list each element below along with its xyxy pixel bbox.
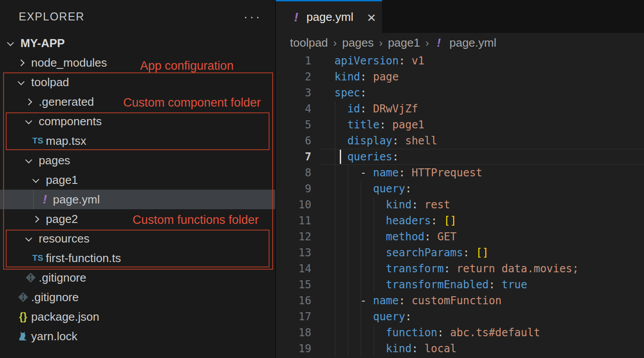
code-line-15[interactable]: 15 transformEnabled: true (276, 277, 644, 293)
tree-item-label: .generated (39, 95, 94, 109)
root-folder-label: MY-APP (20, 36, 65, 50)
chevron-down-icon (25, 156, 32, 163)
tree-item-label: page2 (46, 212, 78, 226)
folder-twistie (31, 211, 46, 227)
code-line-18[interactable]: 18 function: abc.ts#default (276, 325, 644, 341)
breadcrumb-separator: › (379, 37, 382, 49)
tree-item-gitignore[interactable]: .gitignore (0, 268, 275, 287)
chevron-down-icon (25, 117, 32, 124)
code-line-7[interactable]: 7 queries: (276, 149, 644, 165)
tree-item-label: page1 (46, 173, 78, 187)
code-line-12[interactable]: 12 method: GET (276, 229, 644, 245)
line-number: 11 (276, 215, 311, 227)
line-number: 19 (276, 342, 311, 355)
code-line-19[interactable]: 19 kind: local (276, 341, 644, 357)
breadcrumb-item-page-yml[interactable]: !page.yml (434, 36, 496, 50)
chevron-right-icon (32, 215, 40, 223)
code-line-16[interactable]: 16 - name: customFunction (276, 293, 644, 309)
tree-item-map-tsx[interactable]: TSmap.tsx (0, 131, 275, 151)
folder-twistie (24, 94, 39, 109)
yarn-icon (16, 329, 30, 344)
tree-item-resources[interactable]: resources (0, 229, 275, 248)
tab-bar: ! page.yml × (276, 0, 644, 33)
line-text: query: (311, 183, 411, 195)
tree-item-label: resources (39, 232, 89, 246)
breadcrumb-item-label: page1 (388, 36, 420, 50)
tree-item-label: map.tsx (46, 134, 86, 148)
line-text: apiVersion: v1 (311, 55, 424, 67)
json-icon: {} (16, 309, 30, 324)
tree-item-package-json[interactable]: {}package.json (0, 307, 275, 326)
git-icon (24, 270, 38, 285)
code-line-14[interactable]: 14 transform: return data.movies; (276, 261, 644, 277)
code-editor[interactable]: 1apiVersion: v12kind: page3spec:4 id: DR… (276, 53, 644, 358)
code-line-11[interactable]: 11 headers: [] (276, 213, 644, 229)
close-tab-icon[interactable]: × (367, 11, 376, 24)
chevron-down-icon (7, 39, 14, 46)
tree-item-toolpad[interactable]: toolpad (0, 72, 275, 92)
file-tree: node_modulestoolpad.generatedcomponentsT… (0, 53, 275, 346)
code-line-9[interactable]: 9 query: (276, 181, 644, 197)
code-line-2[interactable]: 2kind: page (276, 69, 644, 85)
tree-item-yarn-lock[interactable]: yarn.lock (0, 326, 275, 346)
chevron-down-icon (18, 78, 25, 85)
breadcrumb-item-pages[interactable]: pages (342, 36, 374, 50)
tree-item-page2[interactable]: page2 (0, 209, 275, 229)
code-line-1[interactable]: 1apiVersion: v1 (276, 53, 644, 69)
code-line-3[interactable]: 3spec: (276, 85, 644, 101)
line-text: kind: local (311, 342, 457, 355)
breadcrumb-item-toolpad[interactable]: toolpad (290, 36, 328, 50)
tree-item-components[interactable]: components (0, 111, 275, 131)
explorer-sidebar: EXPLORER ··· MY-APP node_modulestoolpad.… (0, 0, 275, 358)
tree-item-gitignore[interactable]: .gitignore (0, 287, 275, 307)
tree-item-page1[interactable]: page1 (0, 170, 275, 190)
line-text: transformEnabled: true (311, 278, 527, 291)
code-line-17[interactable]: 17 query: (276, 309, 644, 325)
tree-item-label: package.json (31, 310, 99, 324)
tree-item-first-function-ts[interactable]: TSfirst-function.ts (0, 248, 275, 268)
tree-item-my-app[interactable]: MY-APP (0, 33, 275, 53)
tree-item-node-modules[interactable]: node_modules (0, 53, 275, 72)
line-text: spec: (311, 87, 366, 99)
explorer-more-button[interactable]: ··· (244, 15, 262, 19)
line-number: 15 (276, 278, 311, 291)
chevron-right-icon (18, 59, 25, 66)
line-number: 7 (276, 151, 311, 163)
file-icon-slot: TS (31, 251, 46, 266)
tree-indent-guide (33, 190, 34, 209)
folder-twistie (24, 114, 39, 129)
folder-twistie (24, 231, 39, 246)
file-icon-slot: ! (38, 192, 53, 207)
line-number: 5 (276, 119, 311, 131)
breadcrumb-item-label: pages (342, 36, 374, 50)
line-number: 3 (276, 87, 311, 99)
tree-item-label: .gitignore (39, 271, 86, 285)
tree-item-pages[interactable]: pages (0, 151, 275, 170)
code-line-13[interactable]: 13 searchParams: [] (276, 245, 644, 261)
tree-item-page-yml[interactable]: !page.yml (0, 190, 275, 209)
tree-item-label: node_modules (31, 56, 107, 70)
line-text: id: DRwVjZf (311, 103, 418, 115)
tree-item-label: yarn.lock (31, 330, 77, 343)
line-text: searchParams: [] (311, 247, 489, 259)
yaml-icon: ! (38, 192, 52, 207)
code-line-10[interactable]: 10 kind: rest (276, 197, 644, 213)
chevron-right-icon (25, 98, 32, 105)
code-line-5[interactable]: 5 title: page1 (276, 117, 644, 133)
code-line-8[interactable]: 8 - name: HTTPrequest (276, 165, 644, 181)
tree-item-generated[interactable]: .generated (0, 92, 275, 111)
folder-twistie (24, 153, 39, 168)
line-number: 12 (276, 231, 311, 243)
line-number: 10 (276, 199, 311, 211)
code-line-4[interactable]: 4 id: DRwVjZf (276, 101, 644, 117)
breadcrumb-item-page1[interactable]: page1 (388, 36, 420, 50)
folder-twistie (5, 36, 20, 51)
breadcrumb: toolpad›pages›page1›!page.yml (276, 33, 644, 53)
yaml-icon: ! (434, 36, 443, 50)
folder-twistie (16, 55, 31, 70)
line-number: 9 (276, 183, 311, 195)
tree-item-label: .gitignore (31, 290, 79, 304)
code-line-6[interactable]: 6 display: shell (276, 133, 644, 149)
line-text: - name: HTTPrequest (311, 167, 482, 179)
tab-page-yml[interactable]: ! page.yml × (276, 0, 382, 33)
